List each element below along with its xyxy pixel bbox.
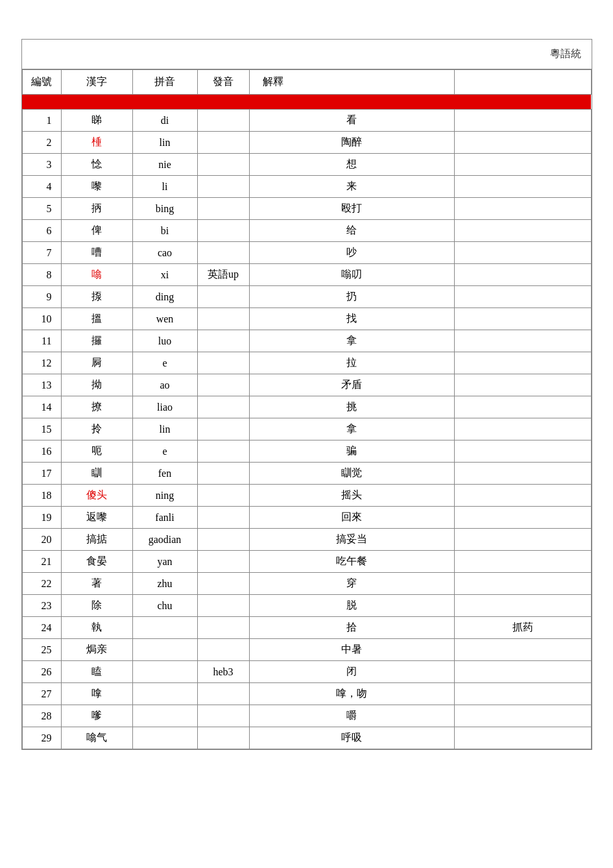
cell-pinyin: yan xyxy=(132,551,197,573)
cell-jieshi: 闭 xyxy=(249,661,454,683)
cell-extra xyxy=(454,352,591,374)
cell-fayin xyxy=(197,485,249,507)
cell-fayin xyxy=(197,705,249,727)
cell-fayin xyxy=(197,396,249,418)
cell-hanzi: 嗱 xyxy=(61,683,132,705)
cell-pinyin xyxy=(132,661,197,683)
cell-id: 17 xyxy=(22,463,61,485)
cell-jieshi: 陶醉 xyxy=(249,132,454,154)
cell-id: 20 xyxy=(22,529,61,551)
cell-jieshi: 吵 xyxy=(249,242,454,264)
cell-pinyin: chu xyxy=(132,595,197,617)
cell-id: 14 xyxy=(22,396,61,418)
col-hanzi: 漢字 xyxy=(61,70,132,95)
cell-extra xyxy=(454,661,591,683)
cell-extra xyxy=(454,286,591,308)
table-row: 7嘈cao吵 xyxy=(22,242,591,264)
cell-jieshi: 搞妥当 xyxy=(249,529,454,551)
cell-hanzi: 焗亲 xyxy=(61,639,132,661)
cell-id: 2 xyxy=(22,132,61,154)
cell-jieshi: 殴打 xyxy=(249,198,454,220)
cell-jieshi: 回來 xyxy=(249,507,454,529)
cell-jieshi: 扔 xyxy=(249,286,454,308)
cell-hanzi: 瞌 xyxy=(61,661,132,683)
table-row: 15拎lin拿 xyxy=(22,418,591,440)
cell-fayin xyxy=(197,132,249,154)
cell-extra xyxy=(454,727,591,749)
cell-extra xyxy=(454,374,591,396)
cell-pinyin: ao xyxy=(132,374,197,396)
cell-jieshi: 想 xyxy=(249,154,454,176)
cell-jieshi: 看 xyxy=(249,110,454,132)
cell-extra xyxy=(454,110,591,132)
table-row: 28嗲嚼 xyxy=(22,705,591,727)
cell-hanzi: 執 xyxy=(61,617,132,639)
cell-extra xyxy=(454,440,591,463)
cell-hanzi: 著 xyxy=(61,573,132,595)
cell-fayin xyxy=(197,529,249,551)
table-row: 12屙e拉 xyxy=(22,352,591,374)
cell-hanzi: 噏气 xyxy=(61,727,132,749)
cell-jieshi: 穿 xyxy=(249,573,454,595)
cell-jieshi: 呼吸 xyxy=(249,727,454,749)
cell-extra xyxy=(454,529,591,551)
table-row: 10搵wen找 xyxy=(22,308,591,330)
main-table: 編號 漢字 拼音 發音 解釋 動 1睇di看2㮔lin陶醉3惗nie想4嚟li来 xyxy=(22,69,592,749)
cell-jieshi: 嗱，吻 xyxy=(249,683,454,705)
cell-pinyin: e xyxy=(132,440,197,463)
cell-id: 26 xyxy=(22,661,61,683)
cell-pinyin: nie xyxy=(132,154,197,176)
cell-id: 6 xyxy=(22,220,61,242)
cell-id: 8 xyxy=(22,264,61,286)
cell-pinyin: fanli xyxy=(132,507,197,529)
cell-hanzi: 食晏 xyxy=(61,551,132,573)
cell-hanzi: 拗 xyxy=(61,374,132,396)
cell-extra xyxy=(454,396,591,418)
cell-pinyin: liao xyxy=(132,396,197,418)
cell-jieshi: 拿 xyxy=(249,330,454,352)
cell-hanzi: 嗲 xyxy=(61,705,132,727)
cell-id: 9 xyxy=(22,286,61,308)
cell-id: 23 xyxy=(22,595,61,617)
table-row: 20搞掂gaodian搞妥当 xyxy=(22,529,591,551)
cell-hanzi: 嘈 xyxy=(61,242,132,264)
cell-extra xyxy=(454,176,591,198)
cell-hanzi: 惗 xyxy=(61,154,132,176)
cell-hanzi: 瞓 xyxy=(61,463,132,485)
cell-pinyin xyxy=(132,617,197,639)
cell-fayin: heb3 xyxy=(197,661,249,683)
table-row: 2㮔lin陶醉 xyxy=(22,132,591,154)
cell-id: 5 xyxy=(22,198,61,220)
table-row: 29噏气呼吸 xyxy=(22,727,591,749)
cell-id: 12 xyxy=(22,352,61,374)
cell-hanzi: 返嚟 xyxy=(61,507,132,529)
cell-extra xyxy=(454,220,591,242)
cell-hanzi: 俾 xyxy=(61,220,132,242)
cell-fayin xyxy=(197,595,249,617)
cell-hanzi: 呃 xyxy=(61,440,132,463)
cell-extra xyxy=(454,485,591,507)
col-fayin: 發音 xyxy=(197,70,249,95)
cell-jieshi: 瞓觉 xyxy=(249,463,454,485)
table-row: 16呃e骗 xyxy=(22,440,591,463)
cell-id: 1 xyxy=(22,110,61,132)
cell-jieshi: 给 xyxy=(249,220,454,242)
cell-fayin xyxy=(197,374,249,396)
cell-jieshi: 吃午餐 xyxy=(249,551,454,573)
table-row: 11攞luo拿 xyxy=(22,330,591,352)
cell-jieshi: 拿 xyxy=(249,418,454,440)
main-container: 粵語統 編號 漢字 拼音 發音 解釋 動 xyxy=(21,39,592,750)
cell-extra xyxy=(454,463,591,485)
table-row: 23除chu脱 xyxy=(22,595,591,617)
cell-jieshi: 找 xyxy=(249,308,454,330)
cell-pinyin: lin xyxy=(132,132,197,154)
cell-jieshi: 中暑 xyxy=(249,639,454,661)
cell-extra xyxy=(454,418,591,440)
cell-jieshi: 来 xyxy=(249,176,454,198)
cell-id: 28 xyxy=(22,705,61,727)
cell-fayin xyxy=(197,308,249,330)
cell-hanzi: 拎 xyxy=(61,418,132,440)
cell-pinyin: zhu xyxy=(132,573,197,595)
table-row: 21食晏yan吃午餐 xyxy=(22,551,591,573)
cell-id: 21 xyxy=(22,551,61,573)
